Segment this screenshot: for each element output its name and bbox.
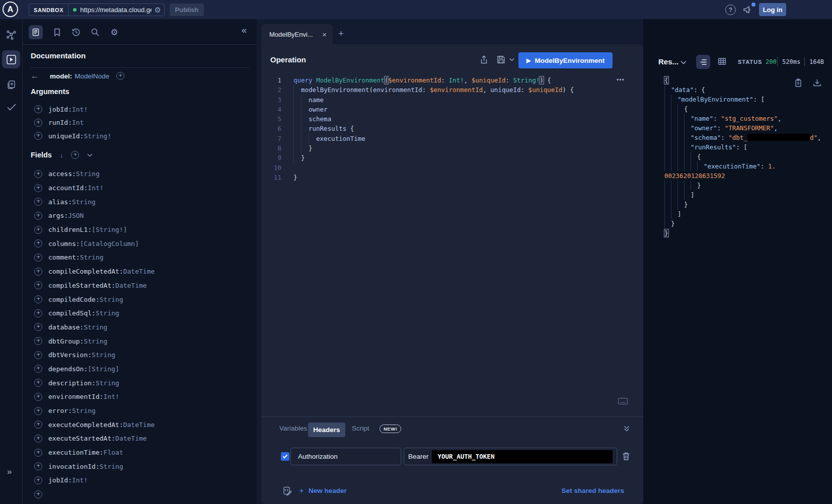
publish-button[interactable]: Publish — [170, 4, 204, 16]
endpoint-url-input[interactable]: https://metadata.cloud.get — [80, 6, 151, 14]
changelog-icon[interactable] — [6, 79, 17, 90]
header-name-input[interactable]: Authorization — [290, 448, 401, 465]
add-field-icon[interactable]: + — [34, 105, 42, 113]
add-field-icon[interactable]: + — [34, 309, 42, 317]
add-all-fields-icon[interactable]: + — [116, 72, 124, 80]
field-name[interactable]: database: — [48, 323, 84, 331]
field-name[interactable]: environmentId: — [48, 393, 104, 400]
field-name[interactable]: accountId: — [48, 184, 88, 192]
operation-tab[interactable]: ModelByEnvi... × — [261, 24, 333, 44]
history-icon[interactable] — [70, 26, 82, 38]
field-name[interactable]: jobId: — [48, 476, 72, 484]
field-type[interactable]: Int! — [88, 184, 103, 192]
add-field-icon[interactable]: + — [34, 132, 42, 140]
field-type[interactable]: Int! — [72, 476, 88, 484]
add-field-icon[interactable]: + — [34, 449, 42, 457]
field-name[interactable]: compileCompletedAt: — [48, 268, 123, 275]
new-header-button[interactable]: + New header — [299, 487, 347, 494]
add-field-icon[interactable]: + — [34, 184, 42, 192]
add-field-icon[interactable]: + — [34, 337, 42, 345]
delete-header-icon[interactable] — [622, 452, 630, 461]
field-type[interactable]: Float — [104, 449, 123, 456]
field-type[interactable]: String — [72, 407, 96, 414]
save-dropdown-icon[interactable] — [509, 58, 514, 61]
fields-menu-chevron-icon[interactable] — [87, 153, 93, 157]
collapse-docs-icon[interactable]: « — [242, 25, 247, 36]
table-view-button[interactable] — [718, 57, 726, 65]
field-type[interactable]: String — [76, 170, 100, 178]
field-type[interactable]: String! — [84, 132, 111, 140]
field-name[interactable]: executeCompletedAt: — [48, 421, 123, 429]
field-name[interactable]: childrenL1: — [48, 226, 92, 233]
editor-options-icon[interactable]: ••• — [617, 76, 625, 83]
add-field-icon[interactable]: + — [34, 476, 42, 484]
run-operation-button[interactable]: ▶ ModelByEnvironment — [518, 52, 613, 68]
add-field-icon[interactable]: + — [34, 170, 42, 178]
add-field-icon[interactable]: + — [34, 119, 42, 127]
field-type[interactable]: [String!] — [92, 226, 127, 233]
field-name[interactable]: comment: — [48, 254, 80, 261]
field-type[interactable]: DateTime — [123, 268, 155, 275]
sort-fields-icon[interactable]: ↓ — [60, 151, 63, 159]
field-name[interactable]: description: — [48, 379, 96, 387]
field-type[interactable]: [CatalogColumn] — [80, 240, 139, 247]
field-name[interactable]: access: — [48, 170, 76, 178]
add-field-icon[interactable]: + — [34, 435, 42, 443]
field-name[interactable]: error: — [48, 407, 72, 414]
search-icon[interactable] — [89, 26, 101, 38]
field-type[interactable]: String — [100, 463, 123, 470]
expand-rail-icon[interactable]: » — [7, 467, 12, 477]
add-field-icon[interactable]: + — [34, 212, 42, 220]
field-name[interactable]: dbtVersion: — [48, 351, 92, 359]
add-field-icon[interactable]: + — [34, 351, 42, 359]
add-field-icon[interactable]: + — [34, 323, 42, 331]
graph-icon[interactable] — [6, 30, 17, 40]
model-type-link[interactable]: ModelNode — [74, 72, 109, 80]
add-field-icon[interactable]: + — [34, 462, 42, 470]
field-type[interactable]: String — [72, 198, 96, 206]
close-tab-icon[interactable]: × — [322, 30, 327, 39]
field-name[interactable]: dependsOn: — [48, 365, 88, 373]
environment-variables-icon[interactable] — [283, 486, 292, 496]
field-type[interactable]: JSON — [68, 212, 84, 219]
field-name[interactable]: uniqueId: — [48, 132, 84, 140]
bookmark-icon[interactable] — [51, 26, 63, 38]
explorer-icon[interactable] — [6, 54, 17, 65]
query-editor[interactable]: 1query ModelByEnvironment($environmentId… — [268, 75, 636, 182]
keyboard-shortcuts-icon[interactable] — [618, 398, 628, 404]
apollo-logo[interactable]: A — [3, 2, 18, 17]
endpoint-settings-icon[interactable]: ⚙ — [152, 6, 164, 15]
field-type[interactable]: String — [84, 323, 107, 331]
auth-token-value[interactable]: YOUR_AUTH_TOKEN — [432, 450, 613, 463]
field-type[interactable]: Int! — [72, 106, 88, 113]
add-fields-icon[interactable]: + — [71, 151, 79, 159]
field-name[interactable]: executeStartedAt: — [48, 435, 115, 442]
field-name[interactable]: alias: — [48, 198, 72, 206]
tab-variables[interactable]: Variables — [279, 425, 307, 432]
field-name[interactable]: compiledCode: — [48, 296, 100, 303]
add-field-icon[interactable]: + — [34, 226, 42, 234]
field-name[interactable]: jobId: — [48, 106, 72, 113]
field-type[interactable]: Int — [72, 119, 84, 126]
field-name[interactable]: columns: — [48, 240, 80, 247]
field-type[interactable]: String — [96, 309, 119, 317]
add-field-icon[interactable]: + — [34, 281, 42, 289]
back-icon[interactable]: ← — [31, 71, 39, 80]
set-shared-headers-link[interactable]: Set shared headers — [561, 487, 624, 494]
response-dropdown-icon[interactable] — [680, 60, 687, 64]
field-name[interactable]: runId: — [48, 119, 72, 126]
add-field-icon[interactable]: + — [34, 254, 42, 262]
field-type[interactable]: String — [84, 338, 107, 345]
tab-script[interactable]: Script — [352, 425, 369, 432]
login-button[interactable]: Log in — [759, 3, 786, 16]
new-tab-icon[interactable]: + — [338, 28, 344, 39]
add-field-icon[interactable]: + — [34, 421, 42, 429]
field-type[interactable]: [String] — [88, 365, 119, 373]
field-type[interactable]: Int! — [104, 393, 119, 400]
header-enabled-checkbox[interactable] — [281, 452, 289, 461]
add-field-icon[interactable]: + — [34, 393, 42, 401]
save-icon[interactable] — [497, 55, 505, 64]
field-type[interactable]: String — [96, 379, 119, 387]
field-name[interactable]: invocationId: — [48, 463, 100, 470]
add-field-icon[interactable]: + — [34, 365, 42, 373]
